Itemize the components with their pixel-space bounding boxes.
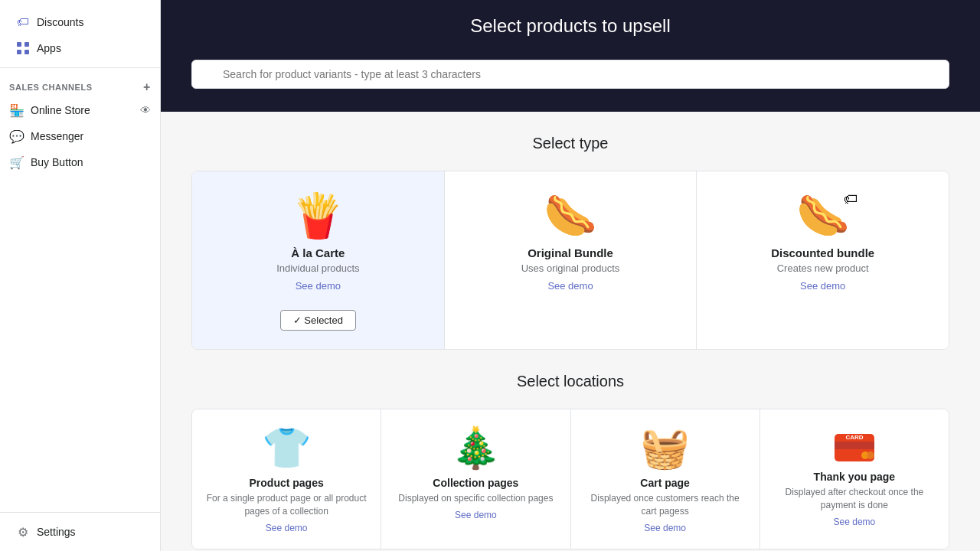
- discounts-icon: 🏷: [15, 15, 31, 30]
- thank-you-page-desc: Displayed after checkout once the paymen…: [773, 486, 936, 512]
- svg-text:CARD: CARD: [845, 434, 863, 441]
- collection-pages-desc: Displayed on specific collection pages: [398, 492, 553, 505]
- product-pages-title: Product pages: [250, 477, 324, 489]
- thank-you-page-demo-link[interactable]: See demo: [834, 517, 876, 527]
- original-bundle-title: Original Bundle: [528, 246, 613, 259]
- sales-channels-header: SALES CHANNELS +: [0, 68, 160, 97]
- sidebar-item-online-store-label: Online Store: [31, 104, 90, 116]
- online-store-eye-icon[interactable]: 👁: [140, 104, 151, 116]
- location-cards-row: 👕 Product pages For a single product pag…: [191, 409, 949, 549]
- sidebar: 🏷 Discounts Apps SALES CHANNELS + 🏪 Onli…: [0, 0, 161, 551]
- thank-you-page-title: Thank you page: [814, 471, 896, 483]
- svg-rect-3: [24, 50, 29, 54]
- search-container: 🔍: [161, 60, 980, 112]
- main-header: Select products to upsell: [161, 0, 980, 60]
- discounted-bundle-icon: 🌭: [796, 194, 850, 237]
- select-type-title: Select type: [191, 135, 949, 152]
- original-bundle-demo-link[interactable]: See demo: [547, 280, 593, 292]
- svg-rect-2: [17, 50, 21, 54]
- svg-point-8: [867, 452, 874, 459]
- search-wrapper: 🔍: [191, 60, 949, 89]
- thank-you-icon-wrapper: CARD: [831, 428, 877, 471]
- page-title: Select products to upsell: [191, 15, 949, 37]
- discounted-bundle-desc: Creates new product: [777, 262, 869, 274]
- loc-card-collection-pages[interactable]: 🎄 Collection pages Displayed on specific…: [381, 409, 570, 549]
- svg-rect-1: [24, 42, 29, 47]
- original-bundle-desc: Uses original products: [521, 262, 620, 274]
- cart-page-desc: Displayed once customers reach the cart …: [583, 492, 747, 518]
- sidebar-item-messenger-label: Messenger: [31, 130, 83, 142]
- discounted-bundle-icon-wrapper: 🌭 🏷: [796, 194, 850, 246]
- collection-pages-demo-link[interactable]: See demo: [455, 510, 497, 520]
- svg-rect-0: [17, 42, 21, 47]
- sidebar-item-apps-label: Apps: [37, 42, 61, 54]
- a-la-carte-title: À la Carte: [291, 246, 345, 259]
- product-pages-desc: For a single product page or all product…: [204, 492, 368, 518]
- product-pages-icon: 👕: [262, 428, 312, 468]
- cart-page-icon: 🧺: [640, 428, 690, 468]
- sidebar-bottom: ⚙ Settings: [0, 512, 160, 551]
- loc-card-product-pages[interactable]: 👕 Product pages For a single product pag…: [192, 409, 381, 549]
- thank-you-page-icon: CARD: [831, 428, 877, 468]
- main-content: Select products to upsell 🔍 Select type …: [161, 0, 980, 551]
- sidebar-top: 🏷 Discounts Apps: [0, 0, 160, 68]
- type-card-original-bundle[interactable]: 🌭 Original Bundle Uses original products…: [445, 171, 697, 349]
- apps-icon: [15, 41, 31, 56]
- loc-card-thank-you-page[interactable]: CARD Thank you page Displayed after chec…: [760, 409, 949, 549]
- sidebar-item-messenger[interactable]: 💬 Messenger: [0, 123, 160, 149]
- sidebar-item-settings[interactable]: ⚙ Settings: [6, 519, 154, 545]
- settings-icon: ⚙: [15, 524, 31, 540]
- a-la-carte-demo-link[interactable]: See demo: [296, 280, 341, 292]
- online-store-icon: 🏪: [9, 103, 24, 118]
- cart-page-demo-link[interactable]: See demo: [644, 523, 686, 533]
- selected-badge: ✓ Selected: [280, 310, 356, 331]
- search-input[interactable]: [191, 60, 949, 89]
- collection-pages-title: Collection pages: [433, 477, 518, 489]
- sidebar-item-buy-button[interactable]: 🛒 Buy Button: [0, 149, 160, 175]
- a-la-carte-icon: 🍟: [291, 194, 345, 237]
- discount-tag-icon: 🏷: [844, 191, 858, 207]
- select-type-section: Select type 🍟 À la Carte Individual prod…: [161, 112, 980, 373]
- collection-pages-icon: 🎄: [451, 428, 501, 468]
- a-la-carte-desc: Individual products: [276, 262, 359, 274]
- cart-page-title: Cart page: [640, 477, 690, 489]
- select-locations-title: Select locations: [191, 373, 949, 390]
- sidebar-item-settings-label: Settings: [37, 526, 76, 538]
- svg-rect-5: [835, 442, 874, 449]
- buy-button-icon: 🛒: [9, 155, 24, 170]
- type-cards-row: 🍟 À la Carte Individual products See dem…: [191, 171, 949, 350]
- sidebar-item-online-store[interactable]: 🏪 Online Store 👁: [0, 97, 160, 123]
- type-card-discounted-bundle[interactable]: 🌭 🏷 Discounted bundle Creates new produc…: [697, 171, 949, 349]
- select-locations-section: Select locations 👕 Product pages For a s…: [161, 373, 980, 551]
- sidebar-item-discounts-label: Discounts: [37, 16, 83, 28]
- sidebar-item-discounts[interactable]: 🏷 Discounts: [6, 9, 154, 35]
- type-card-a-la-carte[interactable]: 🍟 À la Carte Individual products See dem…: [192, 171, 445, 349]
- loc-card-cart-page[interactable]: 🧺 Cart page Displayed once customers rea…: [571, 409, 760, 549]
- discounted-bundle-demo-link[interactable]: See demo: [800, 280, 845, 292]
- messenger-icon: 💬: [9, 129, 24, 144]
- product-pages-demo-link[interactable]: See demo: [266, 523, 308, 533]
- sidebar-item-apps[interactable]: Apps: [6, 35, 154, 61]
- original-bundle-icon: 🌭: [544, 194, 597, 237]
- sidebar-item-buy-button-label: Buy Button: [31, 156, 83, 168]
- discounted-bundle-title: Discounted bundle: [771, 246, 874, 259]
- add-channel-icon[interactable]: +: [143, 80, 151, 94]
